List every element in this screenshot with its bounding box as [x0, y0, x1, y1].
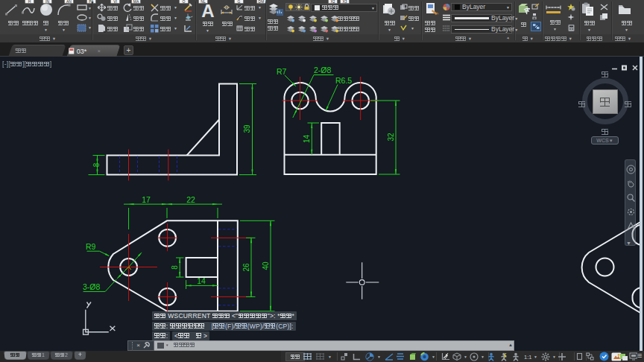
svg-text:8: 8	[92, 162, 101, 167]
svg-text:R7: R7	[277, 67, 287, 76]
svg-text:26: 26	[242, 263, 250, 272]
svg-text:39: 39	[243, 124, 251, 133]
svg-text:14: 14	[197, 276, 206, 285]
svg-text:R6.5: R6.5	[335, 76, 352, 85]
svg-text:8: 8	[171, 265, 179, 270]
svg-text:40: 40	[262, 261, 270, 270]
svg-text:32: 32	[387, 133, 395, 142]
svg-text:3-Ø8: 3-Ø8	[83, 282, 101, 291]
svg-text:17: 17	[142, 195, 151, 204]
svg-text:22: 22	[186, 195, 195, 204]
svg-text:R9: R9	[86, 242, 96, 251]
svg-text:2-Ø8: 2-Ø8	[314, 66, 332, 74]
svg-text:14: 14	[303, 135, 311, 144]
